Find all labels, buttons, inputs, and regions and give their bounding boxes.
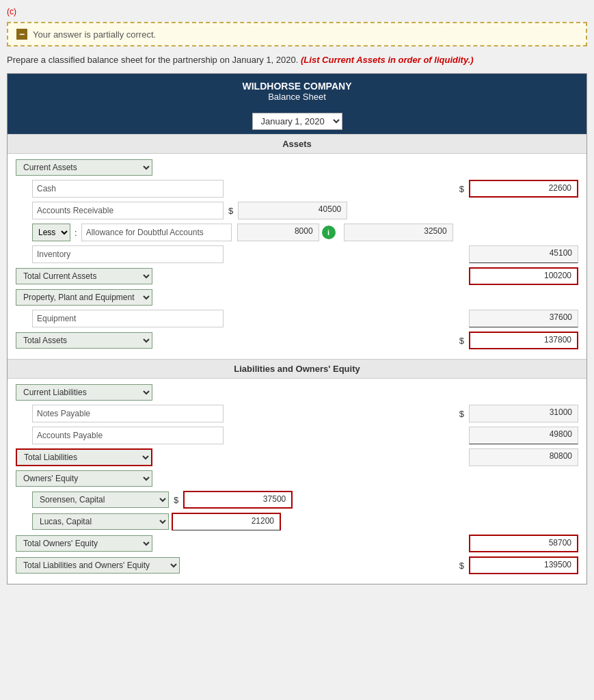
allowance-value[interactable]: 8000	[237, 224, 319, 241]
lucas-select[interactable]: Lucas, Capital	[32, 513, 169, 530]
inventory-value[interactable]: 45100	[469, 245, 578, 263]
current-liabilities-row: Current Liabilities	[16, 384, 578, 401]
less-label-group: Less :	[32, 224, 79, 241]
allowance-net-value[interactable]: 32500	[344, 224, 453, 241]
bs-header: WILDHORSE COMPANY Balance Sheet	[8, 74, 586, 109]
owners-equity-select[interactable]: Owners' Equity	[16, 470, 152, 487]
less-select[interactable]: Less	[32, 224, 70, 241]
colon: :	[75, 228, 77, 238]
total-owners-equity-value[interactable]: 58700	[469, 535, 578, 552]
lucas-row: Lucas, Capital 21200	[32, 513, 578, 530]
assets-body: Current Assets $ 22600 $ 40500 Less :	[8, 154, 586, 359]
accounts-receivable-value[interactable]: 40500	[238, 202, 347, 219]
total-liabilities-equity-dollar: $	[459, 561, 464, 571]
equipment-input[interactable]	[32, 310, 224, 327]
sorensen-value[interactable]: 37500	[183, 491, 293, 509]
equipment-value[interactable]: 37600	[469, 310, 578, 327]
lucas-value[interactable]: 21200	[172, 513, 281, 530]
bs-date-row: January 1, 2020	[8, 109, 586, 134]
property-plant-select[interactable]: Property, Plant and Equipment	[16, 289, 152, 306]
total-liabilities-value[interactable]: 80800	[469, 448, 578, 466]
total-current-assets-value[interactable]: 100200	[469, 267, 578, 285]
info-button[interactable]: i	[322, 226, 336, 239]
accounts-payable-row: 49800	[32, 427, 578, 444]
cash-row: $ 22600	[32, 180, 578, 198]
cash-dollar: $	[459, 184, 464, 194]
total-liabilities-select[interactable]: Total Liabilities	[16, 448, 152, 466]
current-assets-row: Current Assets	[16, 159, 578, 176]
total-assets-dollar: $	[459, 336, 464, 346]
assets-section-header: Assets	[8, 134, 586, 154]
cash-input[interactable]	[32, 180, 224, 198]
total-liabilities-row: Total Liabilities 80800	[16, 448, 578, 466]
balance-sheet: WILDHORSE COMPANY Balance Sheet January …	[7, 73, 587, 584]
total-liabilities-equity-select[interactable]: Total Liabilities and Owners' Equity	[16, 557, 180, 574]
date-select[interactable]: January 1, 2020	[252, 113, 342, 130]
company-name: WILDHORSE COMPANY	[14, 81, 580, 92]
inventory-input[interactable]	[32, 245, 224, 263]
inventory-row: 45100	[32, 245, 578, 263]
notes-payable-value[interactable]: 31000	[469, 405, 578, 422]
accounts-payable-value[interactable]: 49800	[469, 427, 578, 444]
total-owners-equity-row: Total Owners' Equity 58700	[16, 535, 578, 552]
equipment-row: 37600	[32, 310, 578, 327]
current-liabilities-select[interactable]: Current Liabilities	[16, 384, 152, 401]
liabilities-equity-header: Liabilities and Owners' Equity	[8, 359, 586, 379]
total-assets-value[interactable]: 137800	[469, 332, 578, 349]
sorensen-row: Sorensen, Capital $ 37500	[32, 491, 578, 509]
total-assets-row: Total Assets $ 137800	[16, 332, 578, 349]
total-assets-select[interactable]: Total Assets	[16, 332, 152, 349]
sheet-title: Balance Sheet	[14, 92, 580, 102]
total-owners-equity-select[interactable]: Total Owners' Equity	[16, 535, 152, 552]
notes-payable-dollar: $	[459, 409, 464, 419]
liabilities-body: Current Liabilities $ 31000 49800 Total …	[8, 379, 586, 584]
ar-dollar: $	[228, 206, 233, 216]
accounts-payable-input[interactable]	[32, 427, 224, 444]
sorensen-dollar: $	[174, 495, 178, 505]
alert-box: − Your answer is partially correct.	[7, 22, 587, 46]
current-assets-select[interactable]: Current Assets	[16, 159, 152, 176]
allowance-input[interactable]	[81, 224, 232, 241]
property-plant-row: Property, Plant and Equipment	[16, 289, 578, 306]
total-current-assets-select[interactable]: Total Current Assets	[16, 268, 152, 284]
total-liabilities-equity-value[interactable]: 139500	[469, 556, 578, 574]
minus-icon: −	[16, 29, 27, 40]
notes-payable-input[interactable]	[32, 405, 224, 422]
top-link[interactable]: (c)	[7, 7, 587, 16]
owners-equity-row: Owners' Equity	[16, 470, 578, 487]
sorensen-select[interactable]: Sorensen, Capital	[32, 492, 169, 508]
accounts-receivable-input[interactable]	[32, 202, 224, 219]
notes-payable-row: $ 31000	[32, 405, 578, 422]
allowance-row: Less : 8000 i 32500	[32, 224, 578, 241]
total-liabilities-equity-row: Total Liabilities and Owners' Equity $ 1…	[16, 556, 578, 574]
alert-text: Your answer is partially correct.	[33, 29, 156, 40]
instruction-emphasis: (List Current Assets in order of liquidi…	[301, 55, 474, 65]
accounts-receivable-row: $ 40500	[32, 202, 578, 219]
cash-value[interactable]: 22600	[469, 180, 578, 198]
total-current-assets-row: Total Current Assets 100200	[16, 267, 578, 285]
instruction: Prepare a classified balance sheet for t…	[7, 55, 587, 65]
